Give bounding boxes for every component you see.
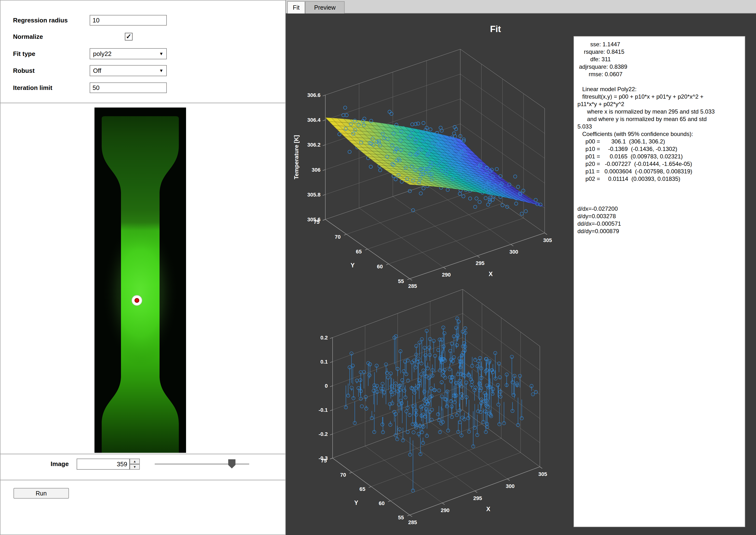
tab-preview[interactable]: Preview — [305, 1, 345, 14]
robust-dropdown[interactable]: Off ▼ — [90, 65, 167, 76]
svg-text:65: 65 — [360, 486, 365, 492]
svg-text:306.4: 306.4 — [307, 117, 321, 123]
svg-text:300: 300 — [506, 483, 515, 489]
svg-text:305.8: 305.8 — [307, 192, 320, 198]
chevron-down-icon: ▼ — [159, 68, 163, 73]
specimen-image[interactable] — [94, 107, 186, 453]
svg-text:55: 55 — [398, 515, 404, 521]
svg-text:-0.2: -0.2 — [319, 431, 328, 437]
svg-text:-0.3: -0.3 — [319, 455, 328, 461]
slider-thumb[interactable] — [228, 459, 235, 468]
svg-text:65: 65 — [356, 249, 362, 255]
divider — [0, 480, 285, 480]
svg-text:300: 300 — [509, 249, 518, 255]
svg-text:X: X — [489, 270, 493, 277]
svg-text:-0.1: -0.1 — [319, 407, 328, 413]
svg-text:55: 55 — [398, 278, 404, 284]
image-slider[interactable] — [155, 459, 249, 470]
svg-text:Y: Y — [354, 499, 358, 506]
results-text: sse: 1.1447 rsquare: 0.8415 dfe: 311 adj… — [574, 36, 745, 527]
svg-text:70: 70 — [340, 472, 346, 478]
svg-text:285: 285 — [408, 283, 417, 289]
image-spinner: ▲ ▼ — [130, 459, 140, 470]
svg-text:305: 305 — [543, 237, 552, 243]
svg-text:70: 70 — [335, 234, 340, 240]
regression-radius-input[interactable] — [90, 15, 167, 26]
spinner-up-icon: ▲ — [133, 460, 136, 463]
stem-plot-axes: 2852902953003055560657075-0.3-0.2-0.100.… — [319, 289, 547, 525]
svg-text:0.1: 0.1 — [320, 359, 328, 365]
svg-text:X: X — [486, 506, 490, 512]
divider — [0, 103, 285, 103]
svg-text:0.2: 0.2 — [320, 335, 328, 341]
svg-text:0: 0 — [325, 383, 328, 389]
svg-text:306.6: 306.6 — [307, 92, 320, 98]
settings-panel: Regression radius Normalize ✓ Fit type p… — [0, 0, 286, 535]
spinner-up-button[interactable]: ▲ — [130, 459, 140, 464]
robust-label: Robust — [13, 67, 35, 74]
svg-text:306: 306 — [311, 167, 320, 173]
fit-plots: 2852902953003055560657075305.6305.830630… — [286, 14, 574, 535]
svg-text:290: 290 — [442, 272, 451, 278]
tab-fit[interactable]: Fit — [287, 1, 305, 14]
image-number-input[interactable] — [77, 459, 130, 470]
image-label: Image — [51, 460, 69, 468]
regression-radius-label: Regression radius — [13, 16, 68, 24]
iteration-limit-label: Iteration limit — [13, 84, 52, 92]
iteration-limit-input[interactable] — [90, 82, 167, 93]
normalize-checkbox[interactable]: ✓ — [125, 33, 133, 41]
svg-text:285: 285 — [408, 519, 417, 525]
fit-surface-mesh — [325, 118, 545, 207]
checkmark-icon: ✓ — [126, 33, 131, 40]
results-panel: Fit Preview Fit 285290295300305556065707… — [286, 0, 756, 535]
svg-text:305.6: 305.6 — [307, 216, 320, 223]
regression-point-marker — [132, 296, 142, 305]
chevron-down-icon: ▼ — [159, 51, 163, 56]
svg-text:295: 295 — [473, 495, 482, 501]
svg-text:305: 305 — [538, 471, 547, 477]
svg-text:60: 60 — [377, 264, 383, 269]
svg-text:306.2: 306.2 — [307, 142, 320, 148]
run-button[interactable]: Run — [14, 488, 69, 498]
spinner-down-button[interactable]: ▼ — [130, 464, 140, 470]
svg-text:295: 295 — [476, 260, 485, 266]
svg-text:Temperature [K]: Temperature [K] — [293, 135, 300, 180]
tab-bar: Fit Preview — [286, 0, 756, 14]
svg-text:60: 60 — [379, 500, 385, 506]
svg-text:Y: Y — [351, 262, 355, 268]
fit-type-dropdown[interactable]: poly22 ▼ — [90, 48, 167, 59]
divider — [0, 454, 285, 454]
fit-type-label: Fit type — [13, 50, 35, 58]
normalize-label: Normalize — [13, 33, 43, 41]
fit-type-value: poly22 — [93, 50, 112, 58]
glow-highlight — [102, 221, 179, 366]
svg-text:290: 290 — [441, 507, 450, 513]
spinner-down-icon: ▼ — [133, 465, 136, 469]
robust-value: Off — [93, 67, 101, 74]
